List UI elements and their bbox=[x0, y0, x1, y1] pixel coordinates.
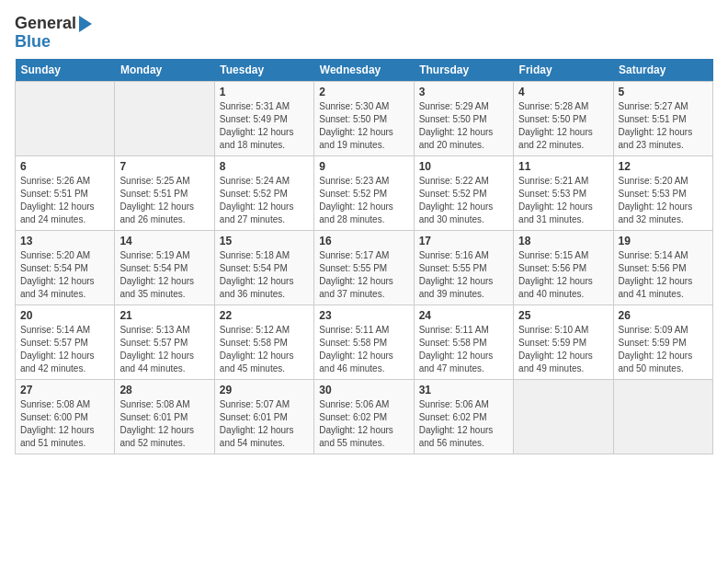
header-saturday: Saturday bbox=[613, 59, 712, 82]
calendar-cell: 11Sunrise: 5:21 AM Sunset: 5:53 PM Dayli… bbox=[514, 155, 613, 230]
calendar-week-row: 13Sunrise: 5:20 AM Sunset: 5:54 PM Dayli… bbox=[16, 230, 713, 304]
day-info: Sunrise: 5:09 AM Sunset: 5:59 PM Dayligh… bbox=[619, 324, 708, 375]
day-number: 26 bbox=[619, 309, 708, 322]
day-info: Sunrise: 5:17 AM Sunset: 5:55 PM Dayligh… bbox=[319, 249, 408, 301]
day-info: Sunrise: 5:13 AM Sunset: 5:57 PM Dayligh… bbox=[119, 324, 209, 375]
day-number: 8 bbox=[220, 160, 309, 173]
day-number: 19 bbox=[619, 235, 708, 247]
calendar-cell: 15Sunrise: 5:18 AM Sunset: 5:54 PM Dayli… bbox=[214, 230, 313, 304]
calendar-cell: 7Sunrise: 5:25 AM Sunset: 5:51 PM Daylig… bbox=[115, 155, 214, 230]
day-number: 23 bbox=[319, 309, 408, 322]
day-info: Sunrise: 5:07 AM Sunset: 6:01 PM Dayligh… bbox=[220, 398, 309, 450]
calendar-cell: 21Sunrise: 5:13 AM Sunset: 5:57 PM Dayli… bbox=[115, 304, 214, 379]
header-wednesday: Wednesday bbox=[314, 59, 414, 82]
header-friday: Friday bbox=[514, 59, 613, 82]
day-info: Sunrise: 5:14 AM Sunset: 5:57 PM Dayligh… bbox=[20, 324, 109, 375]
header-monday: Monday bbox=[115, 59, 214, 82]
calendar-cell: 24Sunrise: 5:11 AM Sunset: 5:58 PM Dayli… bbox=[414, 304, 513, 379]
calendar-cell: 17Sunrise: 5:16 AM Sunset: 5:55 PM Dayli… bbox=[414, 230, 513, 304]
day-number: 21 bbox=[119, 309, 209, 322]
day-number: 13 bbox=[20, 235, 109, 247]
day-number: 16 bbox=[319, 235, 408, 247]
calendar-cell: 25Sunrise: 5:10 AM Sunset: 5:59 PM Dayli… bbox=[514, 304, 613, 379]
calendar-cell: 9Sunrise: 5:23 AM Sunset: 5:52 PM Daylig… bbox=[314, 155, 414, 230]
day-number: 18 bbox=[518, 235, 608, 247]
calendar-cell: 10Sunrise: 5:22 AM Sunset: 5:52 PM Dayli… bbox=[414, 155, 513, 230]
day-number: 25 bbox=[518, 309, 608, 322]
logo: General Blue bbox=[15, 15, 92, 52]
calendar-cell: 19Sunrise: 5:14 AM Sunset: 5:56 PM Dayli… bbox=[613, 230, 712, 304]
day-info: Sunrise: 5:15 AM Sunset: 5:56 PM Dayligh… bbox=[518, 249, 608, 301]
day-info: Sunrise: 5:24 AM Sunset: 5:52 PM Dayligh… bbox=[220, 175, 309, 226]
calendar-week-row: 20Sunrise: 5:14 AM Sunset: 5:57 PM Dayli… bbox=[16, 304, 713, 379]
calendar-cell: 31Sunrise: 5:06 AM Sunset: 6:02 PM Dayli… bbox=[414, 379, 513, 454]
calendar-cell: 14Sunrise: 5:19 AM Sunset: 5:54 PM Dayli… bbox=[115, 230, 214, 304]
day-number: 14 bbox=[119, 235, 209, 247]
day-info: Sunrise: 5:20 AM Sunset: 5:54 PM Dayligh… bbox=[20, 249, 109, 301]
day-number: 12 bbox=[619, 160, 708, 173]
day-info: Sunrise: 5:08 AM Sunset: 6:01 PM Dayligh… bbox=[119, 398, 209, 450]
day-info: Sunrise: 5:18 AM Sunset: 5:54 PM Dayligh… bbox=[220, 249, 309, 301]
day-info: Sunrise: 5:27 AM Sunset: 5:51 PM Dayligh… bbox=[619, 100, 708, 152]
calendar-cell: 1Sunrise: 5:31 AM Sunset: 5:49 PM Daylig… bbox=[214, 81, 313, 155]
day-info: Sunrise: 5:16 AM Sunset: 5:55 PM Dayligh… bbox=[419, 249, 508, 301]
day-info: Sunrise: 5:12 AM Sunset: 5:58 PM Dayligh… bbox=[220, 324, 309, 375]
calendar-cell: 3Sunrise: 5:29 AM Sunset: 5:50 PM Daylig… bbox=[414, 81, 513, 155]
day-info: Sunrise: 5:11 AM Sunset: 5:58 PM Dayligh… bbox=[319, 324, 408, 375]
logo-blue-text: Blue bbox=[15, 33, 51, 52]
calendar-cell: 22Sunrise: 5:12 AM Sunset: 5:58 PM Dayli… bbox=[214, 304, 313, 379]
calendar-cell: 18Sunrise: 5:15 AM Sunset: 5:56 PM Dayli… bbox=[514, 230, 613, 304]
header-thursday: Thursday bbox=[414, 59, 513, 82]
day-number: 17 bbox=[419, 235, 508, 247]
calendar-week-row: 27Sunrise: 5:08 AM Sunset: 6:00 PM Dayli… bbox=[16, 379, 713, 454]
day-info: Sunrise: 5:11 AM Sunset: 5:58 PM Dayligh… bbox=[419, 324, 508, 375]
day-info: Sunrise: 5:06 AM Sunset: 6:02 PM Dayligh… bbox=[419, 398, 508, 450]
calendar-cell: 13Sunrise: 5:20 AM Sunset: 5:54 PM Dayli… bbox=[16, 230, 115, 304]
day-number: 20 bbox=[20, 309, 109, 322]
calendar-cell: 16Sunrise: 5:17 AM Sunset: 5:55 PM Dayli… bbox=[314, 230, 414, 304]
calendar-table: SundayMondayTuesdayWednesdayThursdayFrid… bbox=[15, 59, 713, 454]
calendar-cell bbox=[514, 379, 613, 454]
calendar-cell bbox=[115, 81, 214, 155]
page-header: General Blue bbox=[15, 15, 713, 52]
day-info: Sunrise: 5:28 AM Sunset: 5:50 PM Dayligh… bbox=[518, 100, 608, 152]
day-info: Sunrise: 5:08 AM Sunset: 6:00 PM Dayligh… bbox=[20, 398, 109, 450]
calendar-cell: 26Sunrise: 5:09 AM Sunset: 5:59 PM Dayli… bbox=[613, 304, 712, 379]
day-number: 10 bbox=[419, 160, 508, 173]
calendar-cell bbox=[613, 379, 712, 454]
calendar-cell: 12Sunrise: 5:20 AM Sunset: 5:53 PM Dayli… bbox=[613, 155, 712, 230]
calendar-cell: 30Sunrise: 5:06 AM Sunset: 6:02 PM Dayli… bbox=[314, 379, 414, 454]
day-number: 24 bbox=[419, 309, 508, 322]
calendar-cell: 23Sunrise: 5:11 AM Sunset: 5:58 PM Dayli… bbox=[314, 304, 414, 379]
calendar-cell: 5Sunrise: 5:27 AM Sunset: 5:51 PM Daylig… bbox=[613, 81, 712, 155]
day-info: Sunrise: 5:21 AM Sunset: 5:53 PM Dayligh… bbox=[518, 175, 608, 226]
day-number: 15 bbox=[220, 235, 309, 247]
calendar-week-row: 1Sunrise: 5:31 AM Sunset: 5:49 PM Daylig… bbox=[16, 81, 713, 155]
day-number: 27 bbox=[20, 384, 109, 396]
calendar-cell: 6Sunrise: 5:26 AM Sunset: 5:51 PM Daylig… bbox=[16, 155, 115, 230]
day-number: 6 bbox=[20, 160, 109, 173]
day-number: 9 bbox=[319, 160, 408, 173]
logo-text: General bbox=[15, 15, 76, 33]
day-number: 30 bbox=[319, 384, 408, 396]
calendar-week-row: 6Sunrise: 5:26 AM Sunset: 5:51 PM Daylig… bbox=[16, 155, 713, 230]
calendar-cell: 20Sunrise: 5:14 AM Sunset: 5:57 PM Dayli… bbox=[16, 304, 115, 379]
calendar-cell: 28Sunrise: 5:08 AM Sunset: 6:01 PM Dayli… bbox=[115, 379, 214, 454]
day-info: Sunrise: 5:22 AM Sunset: 5:52 PM Dayligh… bbox=[419, 175, 508, 226]
day-info: Sunrise: 5:30 AM Sunset: 5:50 PM Dayligh… bbox=[319, 100, 408, 152]
day-info: Sunrise: 5:29 AM Sunset: 5:50 PM Dayligh… bbox=[419, 100, 508, 152]
day-info: Sunrise: 5:20 AM Sunset: 5:53 PM Dayligh… bbox=[619, 175, 708, 226]
header-sunday: Sunday bbox=[16, 59, 115, 82]
day-number: 2 bbox=[319, 86, 408, 98]
day-info: Sunrise: 5:10 AM Sunset: 5:59 PM Dayligh… bbox=[518, 324, 608, 375]
calendar-cell: 27Sunrise: 5:08 AM Sunset: 6:00 PM Dayli… bbox=[16, 379, 115, 454]
day-info: Sunrise: 5:14 AM Sunset: 5:56 PM Dayligh… bbox=[619, 249, 708, 301]
day-number: 5 bbox=[619, 86, 708, 98]
day-number: 22 bbox=[220, 309, 309, 322]
calendar-cell bbox=[16, 81, 115, 155]
day-info: Sunrise: 5:23 AM Sunset: 5:52 PM Dayligh… bbox=[319, 175, 408, 226]
day-number: 11 bbox=[518, 160, 608, 173]
calendar-cell: 8Sunrise: 5:24 AM Sunset: 5:52 PM Daylig… bbox=[214, 155, 313, 230]
logo-arrow-icon bbox=[79, 16, 92, 32]
day-info: Sunrise: 5:25 AM Sunset: 5:51 PM Dayligh… bbox=[119, 175, 209, 226]
